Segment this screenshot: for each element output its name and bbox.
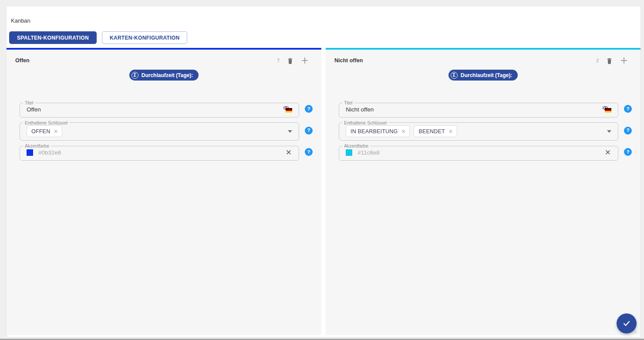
titel-field[interactable]: Titel (20, 101, 299, 118)
column-fields: Titel (7, 81, 321, 164)
cycle-time-badge-label: Durchlaufzeit (Tage): (461, 72, 512, 78)
color-swatch[interactable] (27, 149, 33, 156)
tab-spalten-konfiguration[interactable]: SPALTEN-KONFIGURATION (9, 31, 97, 44)
cycle-time-badge: Σ Durchlaufzeit (Tage): (448, 70, 518, 81)
key-chip[interactable]: IN BEARBEITUNG✕ (346, 125, 410, 137)
column-fields: Titel (326, 81, 641, 164)
chip-label: OFFEN (31, 128, 50, 135)
clear-color-icon[interactable]: ✕ (285, 149, 292, 156)
column-title: Offen (15, 57, 30, 64)
tab-karten-konfiguration[interactable]: KARTEN-KONFIGURATION (102, 31, 187, 44)
chevron-down-icon[interactable] (607, 130, 611, 133)
akzentfarbe-input[interactable] (357, 149, 601, 156)
column-actions: 7 (277, 55, 310, 66)
akzentfarbe-help-icon[interactable]: ? (624, 148, 632, 156)
chip-remove-icon[interactable]: ✕ (448, 129, 453, 134)
add-column-button[interactable] (300, 55, 310, 66)
column-count: 7 (277, 58, 280, 63)
akzentfarbe-input[interactable] (38, 149, 282, 156)
schluessel-label: Enthaltene Schlüssel (23, 121, 69, 125)
titel-field-row: Titel (20, 101, 313, 118)
akzentfarbe-label: Akzentfarbe (342, 144, 370, 148)
color-swatch[interactable] (346, 149, 352, 156)
akzentfarbe-help-icon[interactable]: ? (305, 148, 313, 156)
akzentfarbe-field[interactable]: Akzentfarbe ✕ (339, 144, 618, 161)
clear-color-icon[interactable]: ✕ (604, 149, 611, 156)
akzentfarbe-field-row: Akzentfarbe ✕ ? (339, 144, 632, 161)
key-chips: IN BEARBEITUNG✕BEENDET✕ (346, 125, 604, 137)
check-icon (622, 319, 631, 328)
schluessel-help-icon[interactable]: ? (624, 127, 632, 135)
column-header: Offen 7 (7, 50, 321, 66)
titel-input[interactable] (27, 106, 280, 113)
sigma-icon: Σ (451, 72, 458, 79)
columns-container: Offen 7 Σ Durchlaufzeit (Tage): (7, 48, 641, 335)
column-title: Nicht offen (334, 57, 363, 64)
plus-icon (300, 56, 309, 65)
column-actions: 2 (596, 55, 629, 66)
cycle-time-badge-label: Durchlaufzeit (Tage): (142, 72, 193, 78)
trash-icon (286, 57, 294, 65)
titel-help-icon[interactable]: ? (305, 105, 313, 113)
schluessel-field[interactable]: Enthaltene Schlüssel OFFEN✕ (20, 121, 299, 141)
chip-remove-icon[interactable]: ✕ (54, 129, 58, 134)
tab-bar: SPALTEN-KONFIGURATION KARTEN-KONFIGURATI… (7, 24, 641, 44)
chip-label: BEENDET (418, 128, 445, 135)
page-title: Kanban (7, 7, 641, 24)
titel-input[interactable] (346, 106, 599, 113)
delete-column-button[interactable] (285, 55, 295, 66)
german-flag-icon[interactable] (603, 106, 611, 113)
column-count: 2 (596, 58, 599, 63)
chevron-down-icon[interactable] (288, 130, 292, 133)
schluessel-field-row: Enthaltene Schlüssel IN BEARBEITUNG✕BEEN… (339, 121, 632, 141)
kanban-column: Offen 7 Σ Durchlaufzeit (Tage): (7, 48, 321, 335)
schluessel-help-icon[interactable]: ? (305, 127, 313, 135)
schluessel-label: Enthaltene Schlüssel (342, 121, 388, 125)
titel-label: Titel (342, 101, 354, 105)
german-flag-icon[interactable] (283, 106, 292, 113)
chip-remove-icon[interactable]: ✕ (401, 129, 405, 134)
key-chips: OFFEN✕ (27, 125, 284, 137)
badge-row: Σ Durchlaufzeit (Tage): (7, 70, 321, 81)
titel-help-icon[interactable]: ? (624, 105, 632, 113)
titel-field[interactable]: Titel (339, 101, 618, 118)
key-chip[interactable]: OFFEN✕ (27, 125, 62, 137)
sigma-icon: Σ (131, 72, 138, 79)
kanban-column: Nicht offen 2 Σ Durchlaufzeit (Tage): (326, 48, 641, 335)
akzentfarbe-field-row: Akzentfarbe ✕ ? (20, 144, 313, 161)
cycle-time-badge: Σ Durchlaufzeit (Tage): (129, 70, 199, 81)
titel-field-row: Titel (339, 101, 632, 118)
akzentfarbe-label: Akzentfarbe (23, 144, 51, 148)
chip-label: IN BEARBEITUNG (351, 128, 398, 135)
key-chip[interactable]: BEENDET✕ (414, 125, 457, 137)
schluessel-field-row: Enthaltene Schlüssel OFFEN✕ ? (20, 121, 313, 141)
column-header: Nicht offen 2 (326, 50, 641, 66)
delete-column-button[interactable] (604, 55, 614, 66)
badge-row: Σ Durchlaufzeit (Tage): (326, 70, 641, 81)
add-column-button[interactable] (619, 55, 629, 66)
save-fab[interactable] (617, 313, 637, 333)
akzentfarbe-field[interactable]: Akzentfarbe ✕ (20, 144, 299, 161)
titel-label: Titel (23, 101, 35, 105)
plus-icon (620, 56, 628, 65)
main-panel: Kanban SPALTEN-KONFIGURATION KARTEN-KONF… (6, 6, 641, 337)
trash-icon (605, 57, 614, 65)
schluessel-field[interactable]: Enthaltene Schlüssel IN BEARBEITUNG✕BEEN… (339, 121, 618, 141)
